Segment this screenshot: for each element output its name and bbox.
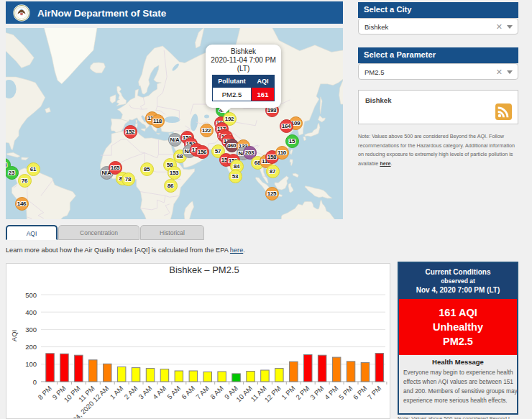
svg-text:3 AM: 3 AM [137, 385, 153, 401]
svg-text:4 AM: 4 AM [151, 385, 168, 401]
svg-text:5 PM: 5 PM [337, 385, 354, 402]
svg-text:8 AM: 8 AM [208, 385, 225, 401]
svg-text:6 PM: 6 PM [352, 385, 369, 402]
svg-text:12 PM: 12 PM [263, 385, 283, 404]
svg-text:3 PM: 3 PM [308, 385, 326, 402]
svg-text:0: 0 [33, 378, 37, 386]
svg-text:AQI: AQI [10, 330, 18, 341]
svg-text:400: 400 [25, 308, 37, 316]
svg-text:Bishkek – PM2.5: Bishkek – PM2.5 [169, 264, 239, 275]
svg-text:8 PM: 8 PM [36, 385, 53, 402]
svg-text:500: 500 [25, 291, 37, 299]
svg-text:2 PM: 2 PM [294, 385, 311, 402]
svg-text:7 AM: 7 AM [194, 385, 211, 401]
svg-text:2 AM: 2 AM [122, 385, 139, 401]
svg-text:6 AM: 6 AM [180, 385, 196, 401]
svg-text:100: 100 [25, 360, 37, 368]
svg-text:10 AM: 10 AM [234, 385, 254, 404]
svg-text:5 AM: 5 AM [165, 385, 182, 401]
svg-text:1 AM: 1 AM [109, 385, 125, 401]
svg-text:4 PM: 4 PM [323, 385, 340, 402]
svg-text:200: 200 [25, 343, 37, 351]
svg-text:1 PM: 1 PM [280, 385, 297, 402]
svg-text:10 PM: 10 PM [63, 385, 82, 404]
svg-text:7 PM: 7 PM [366, 385, 383, 402]
svg-text:300: 300 [25, 326, 37, 333]
